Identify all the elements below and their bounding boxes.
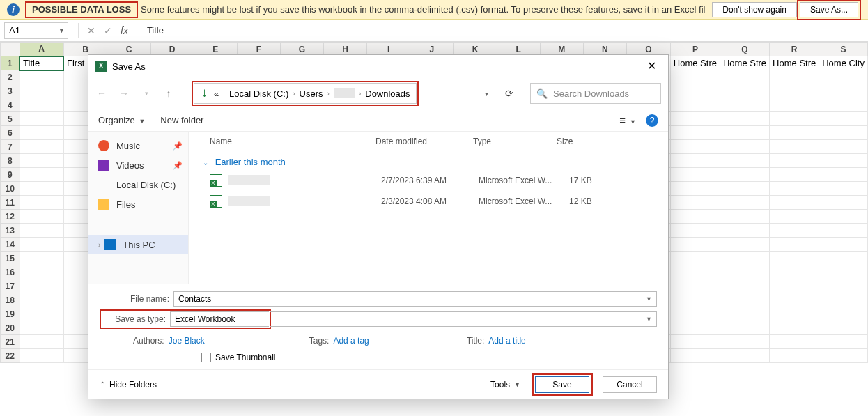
- tags-value[interactable]: Add a tag: [333, 336, 369, 346]
- row-header[interactable]: 13: [1, 224, 20, 238]
- cell[interactable]: [770, 224, 819, 238]
- cancel-button[interactable]: Cancel: [603, 376, 657, 393]
- breadcrumb[interactable]: ⭳ « Local Disk (C:) › Users › › Download…: [194, 83, 417, 104]
- cell[interactable]: [720, 182, 769, 196]
- cell[interactable]: [20, 265, 63, 279]
- row-header[interactable]: 2: [1, 70, 20, 84]
- column-header[interactable]: P: [670, 43, 720, 56]
- row-header[interactable]: 18: [1, 293, 20, 307]
- check-icon[interactable]: ✓: [104, 25, 112, 36]
- cell[interactable]: [720, 98, 769, 112]
- cell[interactable]: [720, 238, 769, 252]
- cell[interactable]: [819, 265, 868, 279]
- column-size[interactable]: Size: [557, 137, 612, 146]
- row-header[interactable]: 8: [1, 154, 20, 168]
- cell[interactable]: [819, 112, 868, 126]
- save-button[interactable]: Save: [535, 376, 589, 393]
- tools-menu[interactable]: Tools: [490, 380, 510, 390]
- cell[interactable]: [20, 252, 63, 265]
- cell[interactable]: [20, 349, 63, 363]
- back-icon[interactable]: ←: [95, 88, 108, 99]
- file-group-header[interactable]: ⌄ Earlier this month: [189, 151, 668, 170]
- cell[interactable]: [720, 70, 769, 84]
- cell[interactable]: [770, 112, 819, 126]
- cell[interactable]: [670, 112, 720, 126]
- cell[interactable]: [670, 279, 720, 293]
- cell[interactable]: Home Stre: [720, 56, 769, 70]
- sidebar-item[interactable]: Music📌: [88, 136, 188, 155]
- column-date[interactable]: Date modified: [375, 137, 473, 146]
- chevron-down-icon[interactable]: ▼: [646, 295, 652, 302]
- cell[interactable]: [819, 196, 868, 210]
- row-header[interactable]: 6: [1, 126, 20, 140]
- save-as-button[interactable]: Save As...: [800, 2, 858, 17]
- row-header[interactable]: 15: [1, 252, 20, 265]
- cell[interactable]: [720, 210, 769, 224]
- close-icon[interactable]: ✕: [642, 56, 661, 76]
- save-thumbnail-checkbox[interactable]: [201, 353, 211, 362]
- cell[interactable]: [770, 98, 819, 112]
- cell[interactable]: [819, 224, 868, 238]
- fx-icon[interactable]: fx: [121, 25, 128, 36]
- cell[interactable]: [670, 182, 720, 196]
- cell[interactable]: [770, 265, 819, 279]
- cell[interactable]: [770, 140, 819, 154]
- cell[interactable]: [20, 279, 63, 293]
- cell[interactable]: [20, 84, 63, 98]
- help-icon[interactable]: ?: [646, 114, 658, 127]
- cell[interactable]: [770, 196, 819, 210]
- breadcrumb-segment[interactable]: Local Disk (C:): [229, 88, 288, 99]
- cell[interactable]: Home City: [819, 56, 868, 70]
- cell[interactable]: [819, 252, 868, 265]
- row-header[interactable]: 17: [1, 279, 20, 293]
- cell[interactable]: [819, 307, 868, 321]
- formula-content[interactable]: Title: [141, 25, 164, 36]
- sidebar-item[interactable]: Videos📌: [88, 155, 188, 175]
- cell[interactable]: [819, 126, 868, 140]
- cell[interactable]: [20, 168, 63, 182]
- breadcrumb-segment[interactable]: Users: [300, 88, 323, 99]
- cell[interactable]: [670, 154, 720, 168]
- cell[interactable]: [819, 154, 868, 168]
- cell[interactable]: [819, 70, 868, 84]
- cell[interactable]: [20, 182, 63, 196]
- row-header[interactable]: 12: [1, 210, 20, 224]
- column-type[interactable]: Type: [473, 137, 557, 146]
- cell[interactable]: [670, 84, 720, 98]
- chevron-down-icon[interactable]: ▾: [485, 90, 488, 98]
- cell[interactable]: [20, 321, 63, 335]
- cell[interactable]: Home Stre: [770, 56, 819, 70]
- row-header[interactable]: 9: [1, 168, 20, 182]
- cell[interactable]: [670, 252, 720, 265]
- cell[interactable]: [720, 126, 769, 140]
- dont-show-again-button[interactable]: Don't show again: [712, 2, 797, 17]
- cell[interactable]: [720, 279, 769, 293]
- cell[interactable]: [720, 196, 769, 210]
- cell[interactable]: [720, 265, 769, 279]
- cell[interactable]: [770, 210, 819, 224]
- sidebar-item[interactable]: Files: [88, 194, 188, 214]
- cell[interactable]: [20, 70, 63, 84]
- row-header[interactable]: 3: [1, 84, 20, 98]
- cell[interactable]: [20, 238, 63, 252]
- cell[interactable]: [20, 224, 63, 238]
- cell[interactable]: [670, 238, 720, 252]
- row-header[interactable]: 19: [1, 307, 20, 321]
- chevron-down-icon[interactable]: ▾: [140, 90, 153, 97]
- cell[interactable]: [720, 252, 769, 265]
- cell[interactable]: [720, 349, 769, 363]
- cell[interactable]: [20, 307, 63, 321]
- new-folder-button[interactable]: New folder: [160, 115, 203, 125]
- row-header[interactable]: 22: [1, 349, 20, 363]
- refresh-icon[interactable]: ⟳: [505, 88, 513, 99]
- cell[interactable]: [770, 70, 819, 84]
- cell[interactable]: [20, 154, 63, 168]
- row-header[interactable]: 14: [1, 238, 20, 252]
- cell[interactable]: [20, 112, 63, 126]
- cell[interactable]: [670, 70, 720, 84]
- cell[interactable]: [20, 140, 63, 154]
- cell[interactable]: [20, 126, 63, 140]
- cell[interactable]: [770, 126, 819, 140]
- cell[interactable]: [819, 98, 868, 112]
- column-name[interactable]: Name: [210, 137, 375, 146]
